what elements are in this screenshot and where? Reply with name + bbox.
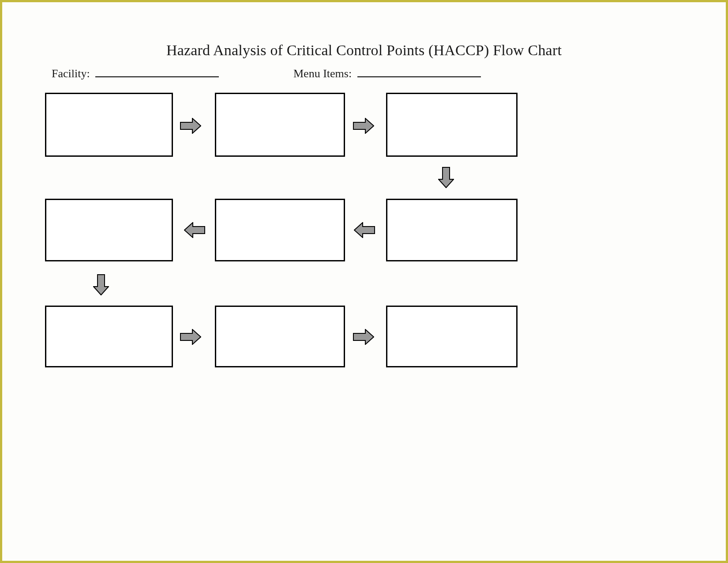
flow-box-1[interactable] [45,93,173,157]
svg-marker-4 [184,223,205,238]
menu-items-field: Menu Items: [293,66,481,80]
svg-marker-2 [439,167,454,188]
flow-box-4[interactable] [386,199,518,261]
flow-box-3[interactable] [386,93,518,157]
menu-items-label: Menu Items: [293,67,352,80]
flow-box-8[interactable] [215,306,345,367]
arrow-right-icon [180,118,201,134]
flow-box-7[interactable] [45,306,173,367]
svg-marker-3 [354,223,375,238]
arrow-right-icon [180,329,201,345]
arrow-down-icon [438,167,454,188]
facility-label: Facility: [52,67,90,80]
svg-marker-1 [353,118,374,133]
svg-marker-5 [94,275,109,295]
page-title: Hazard Analysis of Critical Control Poin… [2,42,726,59]
arrow-right-icon [353,329,374,345]
facility-input-line[interactable] [95,66,219,77]
flow-box-9[interactable] [386,306,518,367]
svg-marker-6 [180,329,201,344]
arrow-left-icon [354,222,375,238]
svg-marker-0 [180,118,201,133]
menu-items-input-line[interactable] [357,66,481,77]
flow-box-5[interactable] [215,199,345,261]
facility-field: Facility: [52,66,219,80]
svg-marker-7 [353,329,374,344]
arrow-left-icon [184,222,205,238]
flow-box-2[interactable] [215,93,345,157]
arrow-down-icon [93,274,109,295]
arrow-right-icon [353,118,374,134]
flow-box-6[interactable] [45,199,173,261]
page: Hazard Analysis of Critical Control Poin… [0,0,728,563]
